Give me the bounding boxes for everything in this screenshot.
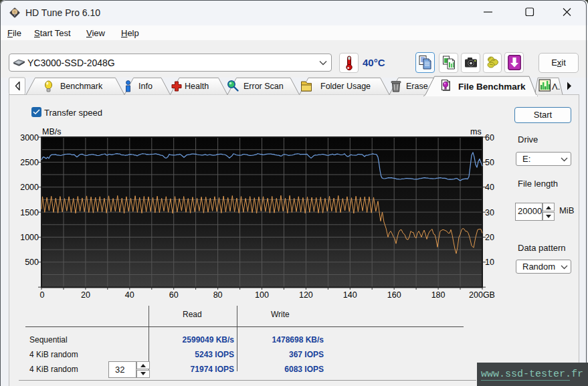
svg-text:140: 140	[343, 290, 357, 300]
svg-text:50: 50	[485, 158, 494, 167]
svg-text:10: 10	[485, 258, 494, 267]
svg-text:0: 0	[40, 290, 45, 300]
svg-text:File Benchmark: File Benchmark	[458, 82, 526, 92]
svg-text:40: 40	[485, 183, 494, 192]
svg-text:Error Scan: Error Scan	[243, 82, 284, 91]
svg-text:MB/s: MB/s	[42, 127, 61, 136]
svg-text:200GB: 200GB	[469, 290, 495, 300]
svg-text:Folder Usage: Folder Usage	[320, 82, 371, 91]
svg-text:20: 20	[81, 290, 90, 300]
svg-text:40: 40	[125, 290, 134, 300]
svg-text:20: 20	[485, 233, 494, 242]
svg-text:60: 60	[485, 133, 494, 142]
svg-text:80: 80	[213, 290, 223, 300]
svg-text:Λ.: Λ.	[552, 82, 560, 92]
svg-text:Benchmark: Benchmark	[60, 82, 103, 91]
svg-text:1500: 1500	[20, 208, 39, 217]
svg-text:Health: Health	[185, 82, 209, 91]
svg-text:1000: 1000	[20, 233, 39, 242]
svg-text:60: 60	[169, 290, 179, 300]
svg-text:Info: Info	[138, 82, 153, 91]
svg-text:500: 500	[25, 258, 39, 267]
svg-text:3000: 3000	[20, 133, 39, 142]
svg-text:ms: ms	[470, 127, 482, 136]
svg-text:2000: 2000	[20, 183, 39, 192]
svg-text:Erase: Erase	[406, 82, 428, 91]
svg-text:180: 180	[431, 290, 446, 300]
svg-text:160: 160	[387, 290, 401, 300]
svg-text:30: 30	[485, 208, 494, 217]
svg-text:2500: 2500	[20, 158, 39, 167]
svg-text:100: 100	[255, 290, 269, 300]
svg-text:120: 120	[299, 290, 313, 300]
